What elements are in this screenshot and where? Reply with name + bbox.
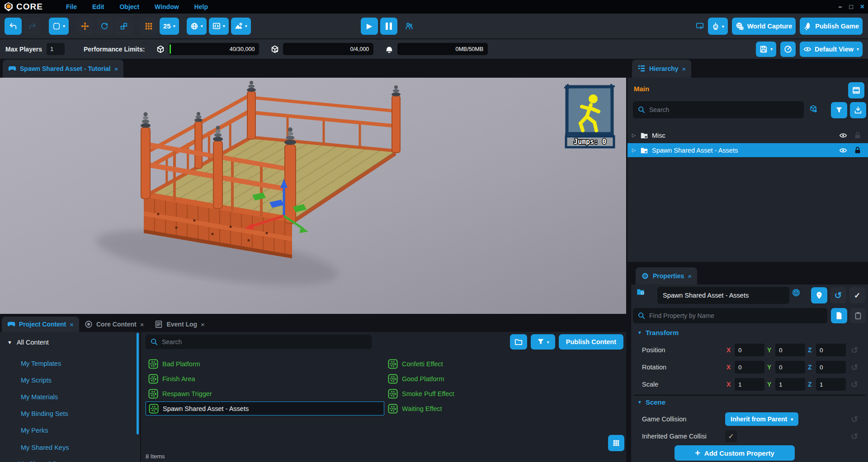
content-item-bad-platform[interactable]: Bad Platform xyxy=(146,357,384,371)
hierarchy-search[interactable] xyxy=(633,101,804,118)
inherited-collision-checkbox[interactable]: ✓ xyxy=(725,430,737,442)
select-tool-button[interactable]: ▾ xyxy=(49,18,69,35)
position-z-input[interactable] xyxy=(816,344,846,356)
copy-properties-button[interactable] xyxy=(831,308,847,323)
play-button[interactable]: ▶ xyxy=(361,18,378,35)
close-icon[interactable]: × xyxy=(70,321,74,328)
default-view-dropdown[interactable]: Default View ▾ xyxy=(800,42,863,57)
editor-windows-dropdown[interactable]: ▾ xyxy=(209,18,229,35)
menu-item-help[interactable]: Help xyxy=(194,3,208,10)
close-icon[interactable]: × xyxy=(114,65,118,73)
tree-item-my-shared-content[interactable]: ▼ My Shared Content xyxy=(9,458,75,462)
content-item-waiting-effect[interactable]: Waiting Effect xyxy=(385,401,624,415)
tree-item-my-materials[interactable]: My Materials xyxy=(21,392,58,402)
position-y-input[interactable] xyxy=(775,344,805,356)
tree-item-my-binding-sets[interactable]: My Binding Sets xyxy=(21,408,68,419)
minimize-button[interactable]: – xyxy=(838,3,842,10)
rotation-y-input[interactable] xyxy=(775,361,805,373)
content-item-good-platform[interactable]: Good Platform xyxy=(385,372,624,386)
add-custom-property-button[interactable]: + Add Custom Property xyxy=(675,445,795,461)
reset-icon[interactable]: ↺ xyxy=(851,414,858,425)
close-icon[interactable]: × xyxy=(201,321,205,328)
tree-item-my-shared-keys[interactable]: My Shared Keys xyxy=(21,442,69,453)
hierarchy-row-misc[interactable]: ▷ Misc xyxy=(627,128,868,142)
menu-item-object[interactable]: Object xyxy=(119,3,139,10)
bot-tools-dropdown[interactable]: ▾ xyxy=(708,18,728,35)
paste-properties-button[interactable] xyxy=(850,308,866,323)
terrain-tool-dropdown[interactable]: ▾ xyxy=(231,18,251,35)
tab-scene-viewport[interactable]: Spawn Shared Asset - Tutorial × xyxy=(3,60,123,78)
game-collision-dropdown[interactable]: Inherit from Parent ▾ xyxy=(725,412,798,426)
menu-item-edit[interactable]: Edit xyxy=(92,3,104,10)
content-search-input[interactable] xyxy=(162,338,367,345)
close-icon[interactable]: × xyxy=(688,272,692,280)
dynamic-objects-toggle[interactable] xyxy=(809,105,817,113)
scale-y-input[interactable] xyxy=(775,378,805,391)
visibility-eye-icon[interactable] xyxy=(839,146,847,154)
reset-object-button[interactable]: ↺ xyxy=(830,287,846,303)
rotate-tool-button[interactable] xyxy=(96,18,113,35)
reset-icon[interactable]: ↺ xyxy=(851,379,858,390)
lock-icon[interactable] xyxy=(854,131,862,140)
close-icon[interactable]: × xyxy=(682,65,686,73)
content-filter-dropdown[interactable]: ▾ xyxy=(531,334,555,350)
screen-capture-button[interactable] xyxy=(696,22,704,30)
max-players-input[interactable] xyxy=(47,43,65,55)
tree-item-my-perks[interactable]: My Perks xyxy=(21,425,48,436)
undo-button[interactable] xyxy=(5,18,22,35)
publish-content-button[interactable]: Publish Content xyxy=(559,334,623,350)
tab-hierarchy[interactable]: Hierarchy × xyxy=(632,60,691,78)
close-icon[interactable]: × xyxy=(140,321,144,328)
pause-button[interactable] xyxy=(380,18,397,35)
content-item-smoke-puff-effect[interactable]: Smoke Puff Effect xyxy=(385,387,624,401)
find-property-input[interactable] xyxy=(649,312,823,319)
tree-item-my-templates[interactable]: My Templates xyxy=(21,358,61,369)
object-name-input[interactable] xyxy=(657,287,789,304)
open-folder-button[interactable] xyxy=(510,334,527,350)
redo-button[interactable] xyxy=(24,18,41,35)
reset-icon[interactable]: ↺ xyxy=(851,345,858,355)
expand-icon[interactable]: ▷ xyxy=(632,132,637,138)
content-item-finish-area[interactable]: Finish Area xyxy=(146,372,384,386)
import-asset-button[interactable] xyxy=(850,102,866,118)
multiplayer-preview-button[interactable] xyxy=(405,22,413,30)
menu-item-window[interactable]: Window xyxy=(155,3,179,10)
reset-icon[interactable]: ↺ xyxy=(851,362,858,373)
tab-properties[interactable]: Properties × xyxy=(636,267,697,285)
snap-size-dropdown[interactable]: 25 ▾ xyxy=(160,18,179,35)
world-settings-dropdown[interactable]: ▾ xyxy=(187,18,207,35)
visibility-eye-icon[interactable] xyxy=(839,131,847,140)
hierarchy-search-input[interactable] xyxy=(649,106,799,113)
scale-z-input[interactable] xyxy=(816,378,846,391)
grid-snap-button[interactable] xyxy=(140,18,157,35)
expand-icon[interactable]: ▷ xyxy=(632,147,637,153)
tree-item-my-scripts[interactable]: My Scripts xyxy=(21,375,52,386)
content-search[interactable] xyxy=(146,335,372,349)
tree-item-all-content[interactable]: ▼ All Content xyxy=(7,337,49,348)
close-window-button[interactable]: × xyxy=(860,3,864,11)
reset-icon[interactable]: ↺ xyxy=(851,431,858,442)
rotation-z-input[interactable] xyxy=(816,361,846,373)
save-dropdown-button[interactable]: ▾ xyxy=(756,42,776,57)
hierarchy-filter-button[interactable] xyxy=(831,102,847,118)
performance-view-button[interactable] xyxy=(780,42,796,57)
find-property-search[interactable] xyxy=(633,308,827,323)
scene-section-header[interactable]: ▼ Scene xyxy=(637,398,665,406)
content-item-spawn-shared-asset[interactable]: Spawn Shared Asset - Assets xyxy=(146,401,384,415)
world-capture-button[interactable]: World Capture xyxy=(732,18,796,35)
lock-icon[interactable] xyxy=(854,146,862,154)
tree-scrollbar[interactable] xyxy=(137,333,139,434)
transform-section-header[interactable]: ▼ Transform xyxy=(637,329,679,336)
position-x-input[interactable] xyxy=(735,344,764,356)
hierarchy-row-spawn-shared-asset[interactable]: ▷ Spawn Shared Asset - Assets xyxy=(627,143,868,157)
maximize-button[interactable]: □ xyxy=(849,3,853,10)
publish-game-button[interactable]: Publish Game xyxy=(800,18,863,35)
tab-core-content[interactable]: Core Content × xyxy=(79,317,149,332)
networked-group-toggle[interactable] xyxy=(792,289,800,297)
menu-item-file[interactable]: File xyxy=(66,3,77,10)
move-tool-button[interactable] xyxy=(76,18,94,35)
rotation-x-input[interactable] xyxy=(735,361,764,373)
scale-x-input[interactable] xyxy=(735,378,764,391)
content-item-confetti-effect[interactable]: Confetti Effect xyxy=(385,357,624,371)
find-in-scene-button[interactable] xyxy=(811,287,827,303)
